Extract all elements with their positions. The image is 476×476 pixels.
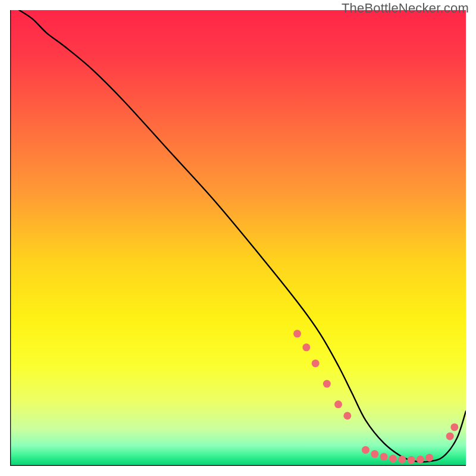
marker-dot (398, 456, 406, 464)
marker-dot (450, 423, 458, 431)
marker-dot (343, 412, 351, 419)
chart-container: TheBottleNecker.com (0, 0, 476, 476)
marker-dot (371, 450, 378, 458)
marker-dot (446, 433, 454, 440)
marker-dot (323, 380, 331, 388)
marker-dot (312, 359, 320, 367)
watermark-text: TheBottleNecker.com (342, 1, 469, 16)
plot-area (10, 10, 466, 466)
marker-dot (380, 453, 388, 461)
marker-dot (302, 343, 310, 351)
marker-dot (408, 456, 415, 464)
marker-group (293, 330, 458, 464)
marker-dot (293, 330, 301, 337)
marker-dot (389, 455, 397, 462)
bottleneck-curve (19, 10, 466, 462)
marker-dot (425, 454, 433, 462)
chart-svg (10, 10, 466, 466)
marker-dot (362, 446, 369, 454)
marker-dot (334, 400, 342, 408)
marker-dot (416, 456, 424, 464)
